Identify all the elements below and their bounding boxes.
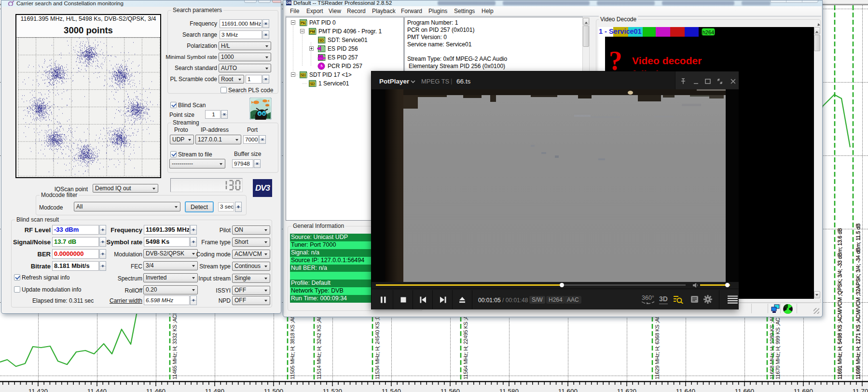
svg-text:3000 points: 3000 points bbox=[64, 25, 113, 35]
svg-text:ES PID 257: ES PID 257 bbox=[328, 54, 358, 61]
svg-text:SDT: Service01: SDT: Service01 bbox=[328, 37, 368, 43]
svg-text:PCR PID 257: PCR PID 257 bbox=[328, 63, 362, 70]
svg-text:PMT PID 4096 - Progr. 1: PMT PID 4096 - Progr. 1 bbox=[318, 28, 382, 35]
svg-text:11.680: 11.680 bbox=[794, 388, 813, 392]
svg-text:SD: SD bbox=[310, 82, 314, 85]
svg-text:11.480: 11.480 bbox=[205, 388, 224, 392]
svg-text:11691.395 MHz, H/L, 5498 Ks, D: 11691.395 MHz, H/L, 5498 Ks, DVB-S2/QPSK… bbox=[20, 15, 156, 22]
svg-text:SDT PID 17 <1>: SDT PID 17 <1> bbox=[309, 71, 352, 78]
svg-text:11.620: 11.620 bbox=[617, 388, 636, 392]
svg-text:11.560: 11.560 bbox=[441, 388, 460, 392]
svg-text:11.600: 11.600 bbox=[558, 388, 578, 392]
svg-text:11.420: 11.420 bbox=[28, 388, 48, 392]
svg-text:PAT PID 0: PAT PID 0 bbox=[309, 19, 336, 26]
svg-text:PM: PM bbox=[310, 30, 315, 33]
svg-text:11.500: 11.500 bbox=[264, 388, 283, 392]
svg-text:11.640: 11.640 bbox=[676, 388, 695, 392]
svg-text:1 Service01: 1 Service01 bbox=[318, 80, 349, 87]
svg-text:SD: SD bbox=[319, 39, 323, 42]
svg-text:11.440: 11.440 bbox=[87, 388, 107, 392]
svg-text:11.700: 11.700 bbox=[853, 388, 868, 392]
svg-text:SD: SD bbox=[301, 73, 305, 77]
svg-text:11698 MHz; H; 1271 KS ;ACM/VCM: 11698 MHz; H; 1271 KS ;ACM/VCM ;32APSK; … bbox=[855, 224, 861, 379]
svg-text:11.580: 11.580 bbox=[499, 388, 519, 392]
svg-text:11.520: 11.520 bbox=[323, 388, 342, 392]
svg-text:11.540: 11.540 bbox=[382, 388, 401, 392]
svg-text:11.660: 11.660 bbox=[735, 388, 754, 392]
svg-text:11691 MHz; H; 5498 KS ;ACM/VCM: 11691 MHz; H; 5498 KS ;ACM/VCM ;QPSK; 3/… bbox=[837, 228, 843, 379]
svg-text:PA: PA bbox=[301, 21, 305, 25]
svg-text:ES PID 256: ES PID 256 bbox=[328, 45, 358, 52]
svg-text:11.460: 11.460 bbox=[146, 388, 165, 392]
